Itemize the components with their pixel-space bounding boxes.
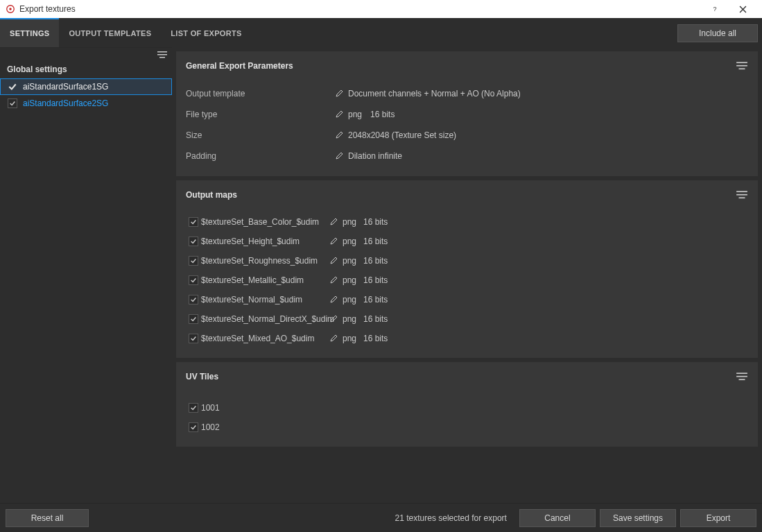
- map-name: $textureSet_Mixed_AO_$udim: [201, 334, 326, 343]
- uv-tile-row: 1002: [186, 418, 748, 437]
- param-value: Dilation infinite: [348, 151, 402, 161]
- map-format: png: [343, 256, 363, 266]
- shader-checkbox[interactable]: [8, 98, 17, 108]
- pencil-icon[interactable]: [330, 334, 338, 344]
- footer: Reset all 21 textures selected for expor…: [0, 503, 762, 532]
- save-settings-button[interactable]: Save settings: [600, 509, 676, 527]
- param-label: Padding: [186, 151, 331, 161]
- shader-row[interactable]: aiStandardSurface2SG: [0, 95, 172, 112]
- map-format: png: [343, 217, 363, 227]
- main: Global settings aiStandardSurface1SG aiS…: [0, 47, 762, 503]
- map-bits: 16 bits: [363, 237, 398, 246]
- output-map-row: $textureSet_Base_Color_$udimpng16 bits: [186, 212, 748, 232]
- map-name: $textureSet_Base_Color_$udim: [201, 217, 326, 227]
- pencil-icon[interactable]: [330, 217, 338, 228]
- map-checkbox[interactable]: [189, 256, 198, 266]
- map-bits: 16 bits: [363, 256, 398, 266]
- svg-rect-9: [736, 65, 747, 67]
- map-checkbox[interactable]: [189, 295, 198, 304]
- shader-name: aiStandardSurface1SG: [23, 82, 108, 92]
- panel-title: UV Tiles: [186, 372, 736, 381]
- param-value-format: png: [348, 110, 362, 119]
- pencil-icon[interactable]: [336, 151, 344, 162]
- sidebar: Global settings aiStandardSurface1SG aiS…: [0, 47, 172, 503]
- output-map-row: $textureSet_Metallic_$udimpng16 bits: [186, 271, 748, 290]
- param-value: Document channels + Normal + AO (No Alph…: [348, 89, 521, 98]
- map-bits: 16 bits: [363, 295, 398, 304]
- svg-rect-13: [739, 197, 745, 198]
- svg-point-1: [9, 8, 12, 10]
- map-checkbox[interactable]: [189, 237, 198, 246]
- svg-rect-7: [159, 57, 165, 58]
- map-checkbox[interactable]: [189, 275, 198, 285]
- output-map-row: $textureSet_Height_$udimpng16 bits: [186, 232, 748, 251]
- map-checkbox[interactable]: [189, 334, 198, 343]
- output-map-row: $textureSet_Mixed_AO_$udimpng16 bits: [186, 329, 748, 348]
- pencil-icon[interactable]: [330, 256, 338, 266]
- tabs: SETTINGS OUTPUT TEMPLATES LIST OF EXPORT…: [0, 19, 252, 47]
- close-button[interactable]: [729, 0, 756, 18]
- param-label: Size: [186, 130, 331, 140]
- shader-row[interactable]: aiStandardSurface1SG: [0, 78, 172, 95]
- map-name: $textureSet_Metallic_$udim: [201, 275, 326, 285]
- svg-rect-6: [157, 54, 167, 55]
- map-name: $textureSet_Normal_$udim: [201, 295, 326, 304]
- output-maps-panel: Output maps $textureSet_Base_Color_$udim…: [176, 180, 758, 358]
- export-button[interactable]: Export: [680, 509, 756, 527]
- map-name: $textureSet_Height_$udim: [201, 237, 326, 246]
- export-status-text: 21 textures selected for export: [89, 513, 515, 523]
- tile-checkbox[interactable]: [189, 422, 198, 432]
- map-format: png: [343, 295, 363, 304]
- pencil-icon[interactable]: [330, 314, 338, 325]
- pencil-icon[interactable]: [336, 130, 344, 141]
- map-bits: 16 bits: [363, 314, 398, 324]
- panel-title: General Export Parameters: [186, 61, 736, 71]
- output-map-row: $textureSet_Normal_DirectX_$udimpng16 bi…: [186, 309, 748, 329]
- top-row: SETTINGS OUTPUT TEMPLATES LIST OF EXPORT…: [0, 18, 762, 47]
- map-name: $textureSet_Normal_DirectX_$udim: [201, 314, 326, 324]
- map-checkbox[interactable]: [189, 217, 198, 227]
- tile-label: 1002: [201, 422, 220, 432]
- svg-text:?: ?: [713, 6, 717, 12]
- tab-list-of-exports[interactable]: LIST OF EXPORTS: [161, 19, 251, 47]
- uv-tile-row: 1001: [186, 398, 748, 418]
- map-format: png: [343, 237, 363, 246]
- map-format: png: [343, 314, 363, 324]
- sidebar-filter-icon[interactable]: [157, 49, 168, 60]
- content: General Export Parameters Output templat…: [172, 47, 762, 503]
- window-title: Export textures: [19, 4, 701, 14]
- tile-checkbox[interactable]: [189, 403, 198, 413]
- svg-rect-15: [736, 376, 747, 377]
- shader-name: aiStandardSurface2SG: [23, 98, 108, 108]
- svg-rect-11: [736, 191, 747, 192]
- pencil-icon[interactable]: [330, 295, 338, 305]
- param-row-size: Size 2048x2048 (Texture Set size): [186, 125, 748, 146]
- tile-label: 1001: [201, 403, 220, 413]
- param-row-file-type: File type png 16 bits: [186, 104, 748, 125]
- pencil-icon[interactable]: [330, 275, 338, 286]
- uv-tiles-panel: UV Tiles 10011002: [176, 362, 758, 447]
- tab-output-templates[interactable]: OUTPUT TEMPLATES: [59, 19, 161, 47]
- panel-menu-icon[interactable]: [736, 370, 748, 383]
- svg-rect-12: [736, 194, 747, 196]
- map-checkbox[interactable]: [189, 314, 198, 324]
- global-settings-label: Global settings: [0, 62, 172, 78]
- param-label: File type: [186, 110, 331, 119]
- panel-menu-icon[interactable]: [736, 189, 748, 201]
- map-bits: 16 bits: [363, 275, 398, 285]
- map-name: $textureSet_Roughness_$udim: [201, 256, 326, 266]
- shader-checkbox[interactable]: [8, 82, 17, 92]
- pencil-icon[interactable]: [336, 110, 344, 120]
- tab-settings[interactable]: SETTINGS: [0, 19, 59, 47]
- cancel-button[interactable]: Cancel: [519, 509, 596, 527]
- output-map-row: $textureSet_Normal_$udimpng16 bits: [186, 290, 748, 309]
- help-button[interactable]: ?: [701, 0, 729, 18]
- pencil-icon[interactable]: [336, 89, 344, 99]
- include-all-button[interactable]: Include all: [677, 24, 758, 42]
- panel-menu-icon[interactable]: [736, 60, 748, 72]
- map-bits: 16 bits: [363, 334, 398, 343]
- svg-rect-8: [736, 62, 747, 63]
- pencil-icon[interactable]: [330, 237, 338, 247]
- reset-all-button[interactable]: Reset all: [6, 509, 89, 527]
- map-format: png: [343, 334, 363, 343]
